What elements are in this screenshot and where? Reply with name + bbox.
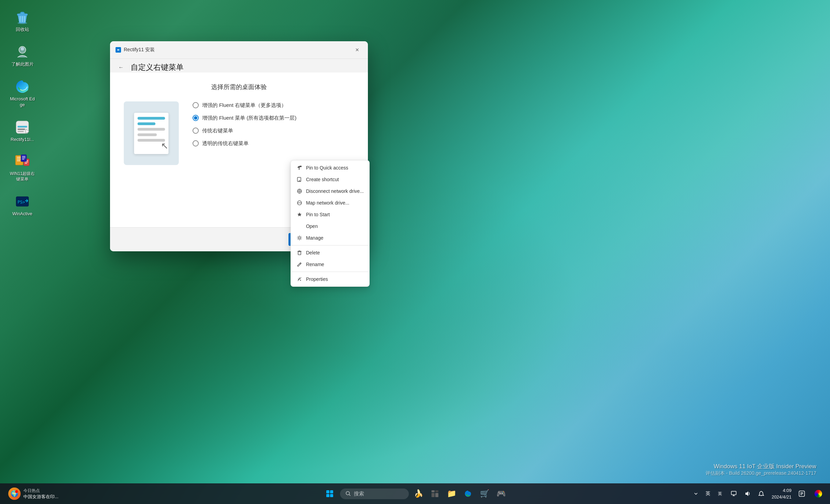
dialog-title-icon [116,47,121,53]
delete-label: Delete [306,250,320,255]
svg-rect-20 [25,163,27,164]
doc-line-2 [138,122,155,125]
back-button[interactable]: ← [116,63,127,72]
win-watermark: Windows 11 IoT 企业版 Insider Preview 评估副本 … [706,462,816,476]
svg-rect-39 [298,252,301,255]
svg-point-45 [300,280,301,281]
desktop-icon-edge[interactable]: Microsoft Edge [7,76,38,110]
radio-option-enhanced-fluent-more[interactable]: 增强的 Fluent 右键菜单（更多选项） [193,101,354,109]
dialog-close-button[interactable]: ✕ [352,45,362,55]
dialog-heading: 自定义右键菜单 [131,62,184,73]
desktop: 回收站 了解此图片 [0,0,830,504]
rename-icon [296,261,303,267]
properties-label: Properties [306,276,328,282]
tray-ime-icon[interactable]: 英 [714,487,726,500]
context-menu-separator-2 [291,272,369,272]
watermark-line2: 评估副本 - Build 26200.ge_prerelease.240412-… [706,470,816,476]
dialog-nav: ← 自定义右键菜单 [110,59,368,73]
svg-rect-9 [18,126,27,128]
manage-label: Manage [306,235,324,241]
radio-circle-4 [193,140,199,146]
preview-illustration: ↖ [124,101,179,165]
desktop-icon-winactive[interactable]: PS> WinActive [7,191,38,219]
context-menu-disconnect-network[interactable]: Disconnect network drive... [291,185,369,197]
watermark-line1: Windows 11 IoT 企业版 Insider Preview [706,462,816,470]
tray-volume-icon[interactable] [741,487,754,500]
svg-rect-11 [18,131,24,132]
desktop-icons: 回收站 了解此图片 [7,7,38,219]
context-menu-open[interactable]: Open [291,220,369,232]
pin-quick-label: Pin to Quick access [306,165,348,171]
desktop-icon-recycle-bin[interactable]: 回收站 [7,7,38,35]
preview-doc: ↖ [134,113,168,154]
tray-notification-icon[interactable] [755,487,767,500]
svg-rect-53 [432,490,435,492]
taskbar-store-icon[interactable]: 🛒 [478,487,491,501]
svg-rect-55 [432,493,435,497]
svg-point-51 [346,492,350,495]
svg-rect-16 [17,160,20,161]
svg-line-3 [20,16,20,22]
start-button[interactable] [322,486,337,501]
manage-icon [296,235,303,241]
radio-options: 增强的 Fluent 右键菜单（更多选项） 增强的 Fluent 菜单 (所有选… [193,101,354,147]
radio-label-2: 增强的 Fluent 菜单 (所有选项都在第一层) [202,114,296,121]
taskbar-center: 搜索 🍌 📁 🛒 🎮 [322,486,508,501]
doc-line-4 [138,133,157,136]
taskbar-file-explorer-icon[interactable]: 📁 [445,487,458,501]
delete-icon [296,250,303,256]
about-picture-label: 了解此图片 [11,62,34,67]
pin-start-label: Pin to Start [306,212,330,217]
context-menu-pin-quick[interactable]: Pin to Quick access [291,162,369,174]
svg-rect-24 [22,159,24,160]
taskbar-game-icon[interactable]: 🎮 [494,487,508,501]
context-menu-create-shortcut[interactable]: Create shortcut [291,174,369,185]
search-placeholder: 搜索 [354,491,364,497]
radio-option-enhanced-fluent-all[interactable]: 增强的 Fluent 菜单 (所有选项都在第一层) [193,114,354,121]
svg-text:PS>: PS> [18,200,25,205]
open-label: Open [306,223,318,229]
win11-menu-label: WIN11超级右键菜单 [9,171,36,182]
winactive-icon: PS> [14,193,31,210]
radio-circle-1 [193,102,199,108]
desktop-icon-win11-menu[interactable]: WIN11超级右键菜单 [7,151,38,184]
dialog-titlebar: Rectify11 安装 ✕ [110,41,368,59]
news-widget[interactable]: 🌍 今日热点 中国女游客在印... [6,486,61,501]
tray-area: 英 英 [690,487,767,500]
radio-label-1: 增强的 Fluent 右键菜单（更多选项） [202,101,286,109]
svg-rect-54 [435,490,438,492]
context-menu-map-network[interactable]: Map network drive... [291,197,369,209]
context-menu-rename[interactable]: Rename [291,259,369,270]
context-menu-pin-start[interactable]: Pin to Start [291,209,369,220]
rename-label: Rename [306,262,324,267]
language-indicator[interactable]: 英 [703,489,712,498]
taskbar-banana-icon[interactable]: 🍌 [412,487,425,501]
tray-monitor-icon[interactable] [728,487,740,500]
options-row: ↖ 增强的 Fluent 右键菜单（更多选项） 增强的 Fluent 菜单 (所… [124,101,354,165]
radio-label-3: 传统右键菜单 [202,127,233,134]
context-menu-manage[interactable]: Manage [291,232,369,244]
search-bar[interactable]: 搜索 [340,489,409,499]
dialog-title-text: Rectify11 安装 [124,47,155,53]
svg-rect-22 [22,156,25,157]
news-title: 今日热点 [23,488,58,494]
pin-quick-icon [296,165,303,171]
radio-option-traditional[interactable]: 传统右键菜单 [193,127,354,134]
create-shortcut-icon [296,176,303,183]
tray-chevron[interactable] [690,487,702,500]
taskbar-widget-icon[interactable] [428,487,442,501]
desktop-icon-about-picture[interactable]: 了解此图片 [7,42,38,69]
taskbar-edge-icon[interactable] [461,487,475,501]
context-menu-delete[interactable]: Delete [291,247,369,259]
context-menu-properties[interactable]: Properties [291,273,369,285]
radio-option-transparent-traditional[interactable]: 透明的传统右键菜单 [193,140,354,147]
recycle-bin-label: 回收站 [16,27,29,33]
context-menu-preview: Pin to Quick access Create shortcut Disc… [291,160,370,287]
rectify-indicator[interactable] [812,487,824,500]
taskbar-clock[interactable]: 4:09 2024/4/21 [772,487,791,501]
taskbar-time-display: 4:09 [772,487,791,494]
doc-line-1 [138,117,165,120]
action-center-button[interactable] [796,487,808,500]
desktop-icon-rectify11[interactable]: Rectify11l... [7,117,38,145]
edge-label: Microsoft Edge [9,96,36,108]
